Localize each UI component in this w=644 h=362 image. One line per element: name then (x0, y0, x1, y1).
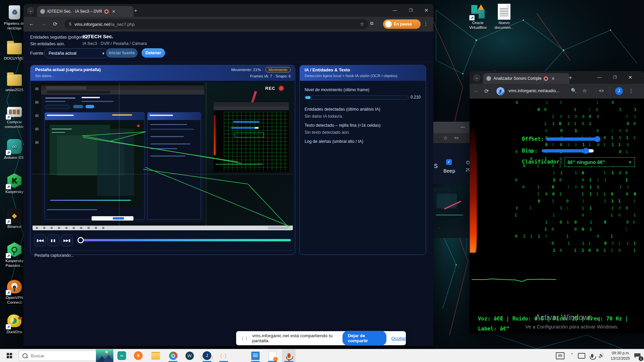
taskbar-audio-app-icon[interactable]: J() (200, 349, 214, 362)
bins-slider-thumb[interactable] (583, 148, 589, 154)
start-source-button[interactable]: Iniciar fuente (106, 48, 138, 58)
taskbar-chrome-icon[interactable] (166, 349, 180, 362)
folder-icon (7, 40, 22, 55)
taskbar-xampp-icon[interactable]: X (131, 349, 145, 362)
window-close-button[interactable]: ✕ (419, 4, 433, 17)
tray-speaker-icon[interactable]: 🔊 (598, 353, 604, 358)
player-divider (33, 250, 293, 251)
window-maximize-button[interactable]: ❐ (608, 71, 622, 84)
stop-sharing-button[interactable]: Dejar de compartir (342, 331, 387, 346)
tab-search-chevron-icon[interactable]: ⌄ (473, 74, 480, 81)
kebab-menu-icon[interactable]: ⋮ (629, 88, 634, 94)
forward-icon[interactable]: → (41, 21, 46, 27)
fragment-devtools-icon[interactable]: <> (454, 136, 459, 140)
taskbar-document-icon[interactable]: J (266, 349, 279, 362)
taskbar-explorer-icon[interactable] (149, 349, 162, 362)
kaspersky-key-icon: ↗ (7, 242, 22, 257)
taskbar-search-box[interactable] (19, 351, 102, 361)
reload-icon[interactable]: ⟳ (484, 88, 489, 94)
new-tab-button[interactable]: + (569, 75, 572, 81)
tune-icon[interactable]: ⇅ (68, 22, 72, 26)
brand-title: IOTECH Sec. (83, 34, 113, 39)
offset-slider-thumb[interactable] (594, 136, 600, 142)
mic-permission-icon[interactable] (496, 87, 504, 95)
profile-paused-label: En pausa (394, 22, 412, 26)
new-tab-button[interactable]: + (134, 8, 137, 14)
entities-title: Entidades seguidas (polígonos) (30, 35, 89, 40)
chevron-down-icon: ▼ (628, 160, 632, 164)
fragment-minimize-icon[interactable]: — (461, 124, 465, 129)
movement-text: Movimiento: 21% · (231, 68, 263, 72)
entities-subtitle: Sin entidades aún. (30, 42, 65, 46)
devtools-icon[interactable]: <> (599, 88, 604, 93)
kebab-menu-icon[interactable]: ⋮ (423, 21, 428, 27)
beep-checkbox[interactable]: ✓ (446, 159, 452, 165)
share-pause-icon[interactable]: ❘❘ (241, 336, 248, 341)
taskbar-wordpress-icon[interactable]: W (183, 349, 196, 362)
ia-panel-subtitle: Detección ligera local + hook IA visión … (305, 74, 398, 78)
window-maximize-button[interactable]: ❐ (404, 4, 418, 17)
skip-forward-button[interactable]: ▶▶▮ (61, 234, 73, 246)
bookmark-star-icon[interactable]: ☆ (360, 21, 364, 27)
taskbar-arduino-icon[interactable]: ∞ (115, 349, 128, 362)
bins-slider[interactable] (542, 149, 586, 153)
tab-close-icon[interactable]: ✕ (112, 9, 115, 14)
desktop-icon-virtualbox[interactable]: ↗ Oracle VirtualBox (464, 4, 492, 30)
audio-tab[interactable]: Analizador Sonoro Comple ✕ (483, 73, 570, 84)
fragment-content: S ✓ Beep O 29 (433, 143, 470, 184)
motion-label: Nivel de movimiento (último frame) (305, 87, 369, 92)
stop-button[interactable]: Detener (142, 48, 165, 58)
back-icon[interactable]: ← (29, 21, 34, 27)
main-tab-strip: ⌄ IOTECH Sec. · IA Sec3 – DVR ✕ + — ❐ ✕ (23, 4, 433, 17)
motion-progress-fill (305, 96, 311, 99)
fragment-titlebar: — (433, 122, 470, 133)
timeline-slider[interactable] (77, 239, 291, 241)
back-icon[interactable]: ← (474, 88, 479, 94)
start-button[interactable] (3, 349, 16, 362)
main-tab[interactable]: IOTECH Sec. · IA Sec3 – DVR ✕ (37, 6, 133, 17)
tray-cast-icon[interactable] (576, 349, 587, 362)
offset-slider[interactable] (546, 137, 600, 141)
taskbar-audio-waves-icon[interactable]: (·) (217, 349, 230, 362)
audio-content: 0000100001000110111011010000101101100110… (470, 99, 644, 334)
binance-icon: ◆ ↗ (7, 208, 22, 223)
search-icon (22, 353, 28, 358)
audio-url[interactable]: vms.inforganic.net/audio... (508, 88, 559, 93)
extensions-icon[interactable]: ⧉ (370, 21, 373, 26)
hide-share-bar-link[interactable]: Ocultar (391, 336, 406, 341)
tray-news-icon[interactable] (553, 349, 567, 362)
bookmark-star-icon[interactable]: ☆ (582, 88, 587, 94)
beep-label: Beep (443, 168, 455, 174)
notification-count-badge: 2 (639, 356, 643, 361)
fragment-star-icon[interactable]: ☆ (443, 135, 448, 140)
reload-icon[interactable]: ⟳ (53, 21, 57, 27)
tray-chevron-up-icon[interactable]: ⌃ (570, 353, 574, 357)
window-close-button[interactable]: ✕ (623, 71, 637, 84)
tab-search-chevron-icon[interactable]: ⌄ (27, 7, 34, 14)
tray-notifications-icon[interactable]: 2 (631, 349, 644, 362)
classifier-select[interactable]: â€” ninguno â€” ▼ (565, 157, 635, 167)
skip-back-button[interactable]: ▮◀◀ (34, 234, 46, 246)
timeline-thumb[interactable] (77, 237, 84, 243)
profile-paused-button[interactable]: En pausa (383, 19, 421, 29)
activate-windows-watermark-sub: Ve a Configuración para activar Windows. (525, 324, 619, 329)
search-input[interactable] (30, 353, 85, 359)
address-bar[interactable]: ⇅ vms.inforganic.net/ia_sec7.php ☆ (64, 19, 368, 29)
weather-highlight-icon[interactable] (96, 349, 113, 362)
desktop-icon-nuevo-documento[interactable]: Nuevo documen... (490, 4, 519, 30)
window-minimize-button[interactable]: — (592, 71, 606, 84)
tab-close-icon[interactable]: ✕ (551, 76, 555, 81)
source-select[interactable]: Pestaña actual ▼ (44, 48, 109, 58)
window-minimize-button[interactable]: — (388, 4, 402, 17)
pause-button[interactable]: ▮▮ (47, 234, 59, 246)
tab-recording-icon (544, 76, 548, 81)
zoom-icon[interactable]: 🔍 (571, 88, 577, 93)
taskbar-photos-icon[interactable] (249, 349, 262, 362)
tray-clock[interactable]: 09:30 p.m. 13/12/2025 (608, 351, 630, 361)
profile-avatar[interactable]: J (615, 87, 623, 95)
capture-video-preview: REC (33, 83, 293, 230)
bins-label: Bins: (522, 148, 538, 154)
tray-microphone-icon[interactable] (587, 349, 597, 362)
taskbar-microphone-icon[interactable] (282, 349, 296, 362)
audio-flame-visualizer (470, 129, 477, 253)
